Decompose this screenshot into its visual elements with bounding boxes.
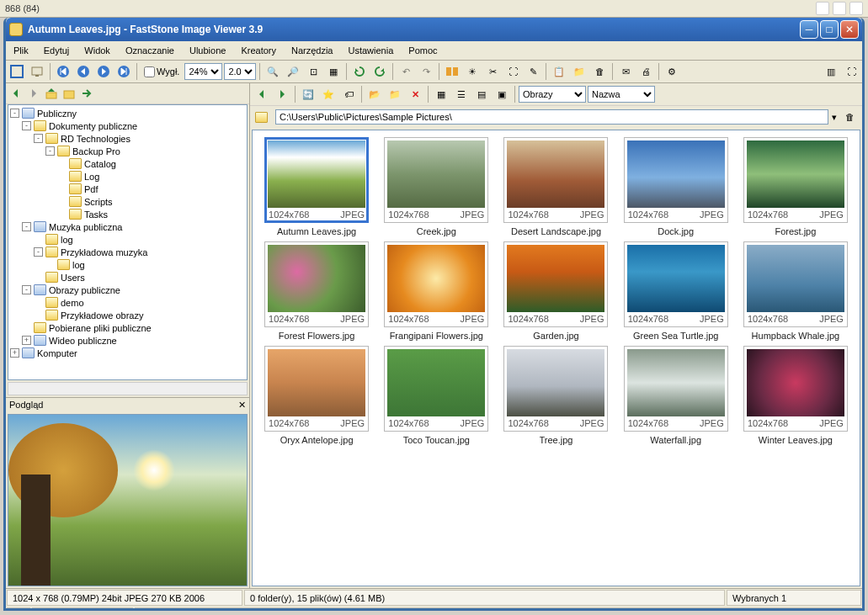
preview-pane[interactable] [8,414,248,586]
ct-tag-icon[interactable]: 🏷 [339,85,358,103]
minimize-button[interactable]: ─ [800,20,818,39]
zoom-select[interactable]: 24% [184,63,222,80]
thumbnail[interactable]: 1024x768JPEGDock.jpg [619,137,733,236]
ct-fwd-icon[interactable] [273,85,291,103]
menu-item-ulubione[interactable]: Ulubione [187,44,228,57]
thumbnail[interactable]: 1024x768JPEGToco Toucan.jpg [379,346,493,445]
tree-item[interactable]: Przykładowe obrazy [10,309,245,321]
sort-select[interactable]: Nazwa [588,86,655,103]
thumbnail[interactable]: 1024x768JPEGTree.jpg [498,346,613,445]
ct-newfolder-icon[interactable]: 📁 [386,85,404,103]
print-icon[interactable]: 🖨 [636,62,655,81]
thumbnail[interactable]: 1024x768JPEGCreek.jpg [379,137,493,236]
tree-toggle-icon[interactable]: - [34,134,43,143]
tree-item[interactable]: Users [10,271,245,284]
menu-item-narzędzia[interactable]: Narzędzia [289,44,336,57]
resize-icon[interactable]: ⛶ [503,62,522,81]
thumbnail[interactable]: 1024x768JPEGOryx Antelope.jpg [259,346,374,445]
path-input[interactable]: C:\Users\Public\Pictures\Sample Pictures… [275,109,828,125]
tree-item[interactable]: -RD Technologies [10,132,245,145]
clone-icon[interactable]: ✎ [524,62,542,81]
tree-scrollbar[interactable] [8,382,248,395]
thumbnail[interactable]: 1024x768JPEGFrangipani Flowers.jpg [379,241,493,341]
ct-open-icon[interactable]: 📂 [365,85,384,103]
ct-delete-icon[interactable]: ✕ [406,85,424,103]
path-folder-icon[interactable] [253,108,272,126]
tree-item[interactable]: Pdf [10,183,245,195]
thumbnail[interactable]: 1024x768JPEGDesert Landscape.jpg [498,137,613,236]
layout-toggle-icon[interactable]: ▥ [822,62,840,81]
tree-toggle-icon[interactable]: + [22,336,31,345]
tree-item[interactable]: -Muzyka publiczna [10,220,245,233]
move-icon[interactable]: 📁 [570,62,588,81]
settings-icon[interactable]: ⚙ [663,62,681,81]
path-dropdown-icon[interactable]: ▾ [832,112,837,123]
status-globe-icon[interactable]: 🌐 [7,607,30,611]
ct-favorite-icon[interactable]: ⭐ [319,85,338,103]
maximize-button[interactable]: □ [820,20,839,39]
view-tile-icon[interactable]: ▣ [493,85,511,103]
rotate-right-icon[interactable] [370,62,389,81]
thumbnail[interactable]: 1024x768JPEGGreen Sea Turtle.jpg [619,241,733,341]
menu-item-widok[interactable]: Widok [82,44,113,57]
zoom-actual-icon[interactable]: ▦ [324,62,343,81]
tree-item[interactable]: log [10,233,245,246]
undo-icon[interactable]: ↶ [397,62,415,81]
outer-icon[interactable] [816,2,829,15]
toolbar-fullscreen-icon[interactable] [8,62,26,81]
menu-item-oznaczanie[interactable]: Oznaczanie [123,44,177,57]
menu-item-ustawienia[interactable]: Ustawienia [346,44,397,57]
tree-item[interactable]: -Publiczny [10,107,245,119]
tree-toggle-icon[interactable]: - [45,146,55,156]
tree-toggle-icon[interactable]: + [10,348,19,358]
compare-icon[interactable] [443,62,461,81]
tree-toggle-icon[interactable]: - [34,247,43,257]
tree-home-icon[interactable] [61,85,77,102]
redo-icon[interactable]: ↷ [417,62,435,81]
menu-item-kreatory[interactable]: Kreatory [238,44,279,57]
fullscreen-toggle-icon[interactable]: ⛶ [842,62,860,81]
tree-item[interactable]: +Wideo publiczne [10,334,245,347]
tree-go-icon[interactable] [78,85,95,102]
menu-item-pomoc[interactable]: Pomoc [406,44,439,57]
tree-item[interactable]: -Przykładowa muzyka [10,246,245,258]
tree-item[interactable]: log [10,258,245,271]
tree-toggle-icon[interactable]: - [22,222,31,231]
zoom-out-icon[interactable]: 🔎 [284,62,302,81]
thumbnail[interactable]: 1024x768JPEGGarden.jpg [498,241,613,341]
status-link[interactable]: www.FastStone.org [32,607,133,611]
thumbnail-grid[interactable]: 1024x768JPEGAutumn Leaves.jpg1024x768JPE… [252,130,860,586]
trash-icon[interactable]: 🗑 [840,108,859,126]
ct-back-icon[interactable] [253,85,271,103]
thumbnail[interactable]: 1024x768JPEGAutumn Leaves.jpg [259,137,374,236]
tree-item[interactable]: Catalog [10,157,245,170]
menu-item-plik[interactable]: Plik [11,44,31,57]
folder-tree[interactable]: -Publiczny-Dokumenty publiczne-RD Techno… [8,104,248,380]
rotate-left-icon[interactable] [350,62,369,81]
scale-select[interactable]: 2.0 [224,63,256,80]
thumbnail[interactable]: 1024x768JPEGWinter Leaves.jpg [738,346,853,445]
tree-up-icon[interactable] [43,85,60,102]
tree-fwd-icon[interactable] [25,85,42,102]
preview-check-input[interactable] [144,66,155,77]
tree-back-icon[interactable] [8,85,24,102]
tree-item[interactable]: Log [10,170,245,183]
nav-last-icon[interactable] [114,62,133,81]
thumbnail[interactable]: 1024x768JPEGHumpback Whale.jpg [738,241,853,341]
tree-item[interactable]: -Dokumenty publiczne [10,119,245,132]
thumbnail[interactable]: 1024x768JPEGForest Flowers.jpg [259,241,374,341]
zoom-in-icon[interactable]: 🔍 [264,62,282,81]
thumbnail[interactable]: 1024x768JPEGForest.jpg [738,137,853,236]
tree-item[interactable]: Tasks [10,208,245,220]
tree-item[interactable]: -Backup Pro [10,145,245,157]
copy-icon[interactable]: 📋 [550,62,568,81]
tree-item[interactable]: demo [10,296,245,309]
close-button[interactable]: ✕ [840,20,859,39]
tree-toggle-icon[interactable]: - [22,285,31,294]
crop-icon[interactable]: ✂ [483,62,502,81]
outer-icon[interactable] [833,2,846,15]
nav-next-icon[interactable] [94,62,113,81]
tree-item[interactable]: +Komputer [10,347,245,359]
view-list-icon[interactable]: ☰ [452,85,471,103]
tree-toggle-icon[interactable]: - [10,109,19,118]
